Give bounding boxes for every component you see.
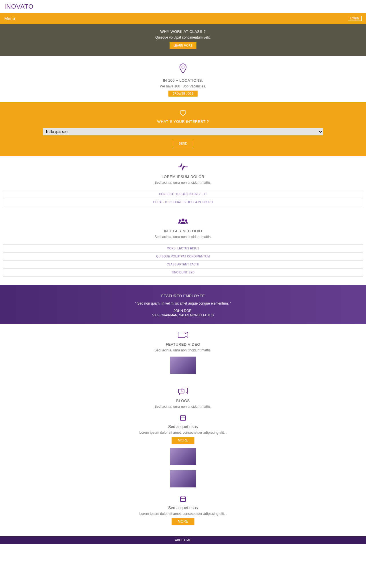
lorem2-list: MORBI LECTUS RISUS QUISQUE VOLUTPAT COND… xyxy=(3,244,363,277)
svg-rect-7 xyxy=(180,416,186,420)
blog-post-desc: Lorem ipsum dolor sit amet, consectetuer… xyxy=(0,512,366,516)
blog-more-button[interactable]: MORE xyxy=(172,518,194,525)
featured-employee-section: FEATURED EMPLOYEE " Sed non quam. In vel… xyxy=(0,285,366,324)
locations-section: IN 100 + LOCATIONS. We have 100+ Job Vac… xyxy=(0,56,366,102)
lorem1-subtitle: Sed lacinia, urna non tincidunt mattis, xyxy=(0,181,366,185)
blog-post-title: Sed aliquet risus xyxy=(0,424,366,429)
svg-point-1 xyxy=(182,219,184,221)
video-icon xyxy=(178,331,188,339)
footer: ABOUT ME xyxy=(0,536,366,544)
footer-about[interactable]: ABOUT ME xyxy=(175,539,191,542)
locations-subtitle: We have 100+ Job Vacancies. xyxy=(0,84,366,88)
team-icon xyxy=(177,218,189,225)
blogs-subtitle: Sed lacinia, urna non tincidunt mattis, xyxy=(0,405,366,409)
video-heading: FEATURED VIDEO xyxy=(0,342,366,347)
menu-toggle[interactable]: Menu xyxy=(4,16,15,21)
blogs-section: BLOGS Sed lacinia, urna non tincidunt ma… xyxy=(0,380,366,531)
lorem1-title: LOREM IPSUM DOLOR xyxy=(0,175,366,179)
chat-icon xyxy=(178,387,188,395)
heart-icon xyxy=(179,109,187,116)
list-item[interactable]: MORBI LECTUS RISUS xyxy=(3,244,363,253)
lorem2-subtitle: Sed lacinia, urna non tincidunt mattis, xyxy=(0,235,366,239)
lorem1-list: CONSECTETUR ADIPISCING ELIT CURABITUR SO… xyxy=(3,190,363,206)
blog-thumbnail[interactable] xyxy=(170,470,196,487)
svg-point-0 xyxy=(182,66,184,68)
featured-name: JOHN DOE, xyxy=(0,309,366,313)
list-item[interactable]: QUISQUE VOLUTPAT CONDIMENTUM xyxy=(3,252,363,261)
svg-rect-4 xyxy=(178,332,185,338)
svg-point-3 xyxy=(185,219,187,222)
calendar-icon xyxy=(180,414,186,421)
blogs-heading: BLOGS xyxy=(0,399,366,403)
svg-rect-5 xyxy=(178,389,184,393)
send-button[interactable]: SEND xyxy=(173,140,194,147)
pulse-icon xyxy=(178,163,188,171)
svg-point-2 xyxy=(179,219,181,222)
learn-more-button[interactable]: LEARN MORE xyxy=(170,42,196,49)
blog-thumbnail[interactable] xyxy=(170,448,196,465)
featured-quote: " Sed non quam. In vel mi sit amet augue… xyxy=(0,301,366,305)
list-item[interactable]: TINCIDUNT SED xyxy=(3,268,363,277)
blog-post-desc: Lorem ipsum dolor sit amet, consectetuer… xyxy=(0,431,366,435)
featured-title: VICE CHAIRMAN, SALES MORBI LECTUS xyxy=(0,313,366,317)
featured-heading: FEATURED EMPLOYEE xyxy=(0,294,366,298)
calendar-icon xyxy=(180,495,186,502)
hero-section: WHY WORK AT CLASS ? Quisque volutpat con… xyxy=(0,24,366,56)
interest-title: WHAT`S YOUR INTEREST ? xyxy=(0,119,366,124)
svg-rect-6 xyxy=(182,388,188,392)
video-subtitle: Sed lacinia, urna non tincidunt mattis, xyxy=(0,348,366,352)
map-pin-icon xyxy=(178,63,188,75)
lorem2-section: INTEGER NEC ODIO Sed lacinia, urna non t… xyxy=(0,215,366,239)
login-button[interactable]: LOGIN xyxy=(348,16,362,21)
list-item[interactable]: CLASS APTENT TACITI xyxy=(3,260,363,269)
brand-logo[interactable]: INOVATO xyxy=(4,3,362,10)
video-thumbnail[interactable] xyxy=(170,357,196,374)
lorem1-section: LOREM IPSUM DOLOR Sed lacinia, urna non … xyxy=(0,156,366,185)
interest-section: WHAT`S YOUR INTEREST ? Nulla quis sem SE… xyxy=(0,102,366,156)
list-item[interactable]: CONSECTETUR ADIPISCING ELIT xyxy=(3,190,363,198)
locations-title: IN 100 + LOCATIONS. xyxy=(0,78,366,83)
browse-jobs-button[interactable]: BROWSE JOBS xyxy=(168,91,197,97)
interest-select[interactable]: Nulla quis sem xyxy=(43,128,323,135)
blog-more-button[interactable]: MORE xyxy=(172,437,194,444)
blog-post-title: Sed aliquet risus xyxy=(0,505,366,510)
hero-subtitle: Quisque volutpat condimentum velit. xyxy=(0,35,366,39)
navbar: Menu LOGIN xyxy=(0,13,366,24)
video-section: FEATURED VIDEO Sed lacinia, urna non tin… xyxy=(0,324,366,380)
hero-title: WHY WORK AT CLASS ? xyxy=(0,29,366,34)
lorem2-title: INTEGER NEC ODIO xyxy=(0,229,366,233)
list-item[interactable]: CURABITUR SODALES LIGULA IN LIBERO xyxy=(3,198,363,206)
svg-rect-8 xyxy=(180,497,186,501)
